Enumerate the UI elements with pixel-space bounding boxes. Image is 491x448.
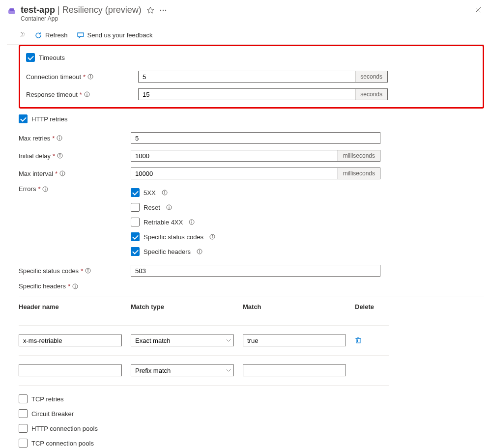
delete-row-button[interactable] — [355, 336, 389, 345]
svg-point-28 — [164, 191, 165, 192]
container-app-icon — [7, 7, 17, 17]
tcp-retries-checkbox[interactable]: TCP retries — [19, 392, 484, 406]
svg-point-3 — [160, 9, 161, 10]
match-type-select[interactable] — [131, 335, 234, 346]
header-name-input[interactable] — [19, 335, 122, 346]
circuit-breaker-checkbox[interactable]: Circuit Breaker — [19, 406, 484, 421]
svg-point-22 — [62, 172, 63, 172]
close-icon[interactable] — [474, 6, 482, 14]
info-icon[interactable] — [189, 219, 195, 225]
svg-point-46 — [75, 285, 76, 285]
info-icon[interactable] — [72, 283, 78, 289]
info-icon[interactable] — [162, 190, 168, 196]
response-timeout-input[interactable] — [138, 88, 355, 100]
svg-point-19 — [60, 154, 60, 155]
svg-point-16 — [59, 137, 60, 137]
timeouts-checkbox[interactable]: Timeouts — [26, 50, 477, 65]
error-reset-checkbox[interactable]: Reset — [131, 200, 215, 215]
info-icon[interactable] — [42, 186, 48, 192]
svg-point-37 — [212, 235, 213, 236]
initial-delay-input[interactable] — [131, 150, 338, 162]
header-name-input[interactable] — [19, 364, 122, 376]
svg-point-31 — [169, 206, 169, 206]
svg-point-25 — [45, 188, 46, 188]
http-retries-checkbox[interactable]: HTTP retries — [19, 112, 484, 126]
svg-marker-2 — [147, 7, 154, 13]
col-delete: Delete — [355, 303, 389, 316]
info-icon[interactable] — [166, 204, 172, 210]
expand-icon[interactable] — [19, 31, 26, 39]
feedback-button[interactable]: Send us your feedback — [77, 31, 153, 39]
error-5xx-checkbox[interactable]: 5XX — [131, 185, 215, 200]
errors-label: Errors * — [19, 185, 131, 193]
resource-type-label: Container App — [21, 15, 167, 22]
max-retries-label: Max retries * — [19, 135, 131, 142]
unit-label: seconds — [355, 71, 388, 83]
svg-point-10 — [90, 75, 91, 76]
response-timeout-label: Response timeout * — [26, 91, 138, 98]
svg-point-43 — [88, 269, 88, 270]
max-interval-input[interactable] — [131, 168, 338, 179]
unit-label: milliseconds — [338, 168, 380, 179]
headers-table: Header name Match type Match Delete — [19, 297, 484, 386]
info-icon[interactable] — [209, 234, 215, 240]
error-specific-codes-checkbox[interactable]: Specific status codes — [131, 229, 215, 244]
info-icon[interactable] — [84, 91, 90, 97]
info-icon[interactable] — [85, 268, 91, 274]
initial-delay-label: Initial delay * — [19, 152, 131, 160]
match-type-select[interactable] — [131, 364, 234, 376]
page-header: test-app | Resiliency (preview) Containe… — [7, 5, 484, 22]
info-icon[interactable] — [87, 74, 93, 80]
max-interval-label: Max interval * — [19, 170, 131, 177]
svg-point-4 — [163, 9, 164, 10]
highlighted-section: Timeouts Connection timeout * seconds Re… — [19, 45, 484, 109]
tcp-pools-checkbox[interactable]: TCP connection pools — [19, 436, 484, 448]
info-icon[interactable] — [197, 249, 202, 254]
page-title: test-app | Resiliency (preview) — [21, 5, 142, 15]
specific-status-codes-label: Specific status codes * — [19, 267, 131, 275]
match-input[interactable] — [243, 335, 346, 346]
error-retriable4xx-checkbox[interactable]: Retriable 4XX — [131, 215, 215, 229]
svg-point-13 — [87, 93, 87, 93]
star-icon[interactable] — [146, 6, 154, 14]
svg-point-5 — [165, 9, 166, 10]
specific-headers-label: Specific headers * — [19, 282, 131, 290]
svg-point-40 — [200, 250, 200, 251]
info-icon[interactable] — [59, 170, 65, 176]
max-retries-input[interactable] — [131, 132, 380, 144]
col-header-name: Header name — [19, 303, 122, 316]
http-pools-checkbox[interactable]: HTTP connection pools — [19, 421, 484, 436]
unit-label: milliseconds — [338, 150, 380, 162]
refresh-button[interactable]: Refresh — [34, 31, 68, 39]
svg-rect-47 — [356, 338, 360, 343]
error-specific-headers-checkbox[interactable]: Specific headers — [131, 244, 215, 259]
more-icon[interactable] — [159, 6, 167, 14]
unit-label: seconds — [355, 88, 388, 100]
connection-timeout-label: Connection timeout * — [26, 73, 138, 81]
match-input[interactable] — [243, 364, 346, 376]
connection-timeout-input[interactable] — [138, 71, 355, 83]
info-icon[interactable] — [57, 153, 63, 159]
svg-rect-1 — [9, 8, 14, 11]
command-bar: Refresh Send us your feedback — [7, 26, 484, 45]
col-match-type: Match type — [131, 303, 234, 316]
specific-status-codes-input[interactable] — [131, 265, 380, 277]
info-icon[interactable] — [57, 135, 62, 141]
svg-point-34 — [192, 221, 192, 221]
col-match: Match — [243, 303, 346, 316]
